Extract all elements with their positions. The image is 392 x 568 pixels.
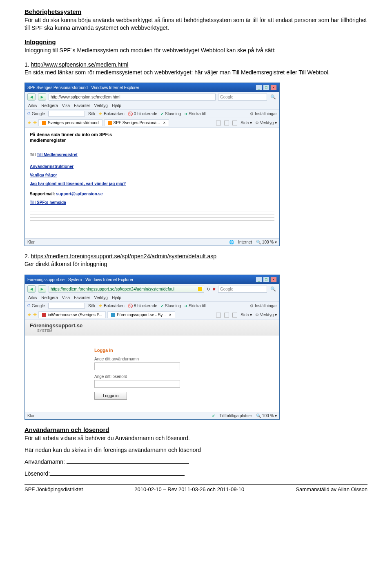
feed-icon[interactable] <box>224 313 229 318</box>
favorites-add-icon[interactable]: ✚ <box>33 120 37 125</box>
install-button[interactable]: ⚙Inställningar <box>250 112 277 116</box>
tab-2[interactable]: Föreningssupport.se - Sy...× <box>107 311 175 318</box>
item1-url: http://www.spfpension.se/medlem.html <box>31 61 129 68</box>
window-buttons: _ □ × <box>256 277 277 282</box>
sida-dropdown[interactable]: Sida ▾ <box>241 121 252 125</box>
sok-button[interactable]: Sök <box>88 112 95 116</box>
sida-dropdown[interactable]: Sida ▾ <box>241 313 252 317</box>
google-search-input[interactable] <box>48 111 85 116</box>
skicka-button[interactable]: ➜Skicka till <box>184 112 206 116</box>
blocked-button[interactable]: 🚫8 blockerade <box>128 304 157 308</box>
tab-1[interactable]: inWarehouse.se (Sveriges P... <box>38 311 106 318</box>
link-medlemsregistret[interactable]: Till Medlemsregistret <box>37 152 78 157</box>
status-trusted: Tillförlitliga platser <box>219 414 252 418</box>
menu-hjalp[interactable]: Hjälp <box>112 103 121 108</box>
close-button[interactable]: × <box>270 85 277 90</box>
zoom-indicator[interactable]: 🔍 100 % ▾ <box>256 240 277 244</box>
favorites-star-icon[interactable]: ★ <box>27 120 31 125</box>
back-icon[interactable]: ◄ <box>27 93 36 101</box>
search-field[interactable]: Google <box>218 286 267 293</box>
link-anvandarinstruktioner[interactable]: Användarinstruktioner <box>30 164 274 169</box>
print-icon[interactable] <box>232 313 237 318</box>
print-icon[interactable] <box>232 121 237 125</box>
content-heading-1: På denna sida finner du info om SPF:s <box>30 132 274 137</box>
stavning-button[interactable]: ✔Stavning <box>160 112 181 116</box>
favorites-star-icon[interactable]: ★ <box>27 312 31 318</box>
search-field[interactable]: Google <box>218 94 267 101</box>
tab-2[interactable]: SPF Sveriges Pensionä...× <box>104 119 169 126</box>
search-icon[interactable]: 🔍 <box>270 285 277 293</box>
bokmarken-button[interactable]: ★Bokmärken <box>98 303 125 309</box>
feed-icon[interactable] <box>224 121 229 125</box>
login-button[interactable]: Logga in <box>94 392 127 400</box>
browser-screenshot-1: SPF Sveriges Pensionärsförbund - Windows… <box>24 83 280 246</box>
username-label: Ange ditt användarnamn <box>94 357 279 361</box>
zoom-indicator[interactable]: 🔍 100 % ▾ <box>256 414 277 418</box>
link-vanliga-fragor[interactable]: Vanliga frågor <box>30 173 274 177</box>
menu-verktyg[interactable]: Verktyg <box>94 103 108 108</box>
bokmarken-button[interactable]: ★Bokmärken <box>98 111 125 116</box>
browser1-tabrow: ★ ✚ Sveriges pensionärsförbund SPF Sveri… <box>25 118 279 128</box>
forward-icon[interactable]: ► <box>38 93 46 101</box>
maximize-button[interactable]: □ <box>263 277 270 282</box>
menu-verktyg[interactable]: Verktyg <box>94 295 108 300</box>
username-input[interactable] <box>94 362 180 370</box>
refresh-icon[interactable]: ↻ <box>207 287 210 291</box>
paragraph-write-below: Här nedan kan du skriva in din förenings… <box>24 446 368 454</box>
lock-icon <box>198 287 202 291</box>
home-icon[interactable] <box>216 313 221 318</box>
method-2: 2. https://medlem.foreningssupport.se/sp… <box>24 253 368 268</box>
internet-zone-icon: 🌐 <box>229 240 234 244</box>
item1-number: 1. <box>24 61 31 68</box>
till-label: Till <box>30 152 37 157</box>
password-blank <box>50 471 185 476</box>
password-label: Ange ditt lösenord <box>94 374 279 379</box>
password-input[interactable] <box>94 380 180 388</box>
link-support-mail[interactable]: support@spfpension.se <box>56 192 102 196</box>
close-button[interactable]: × <box>270 277 277 282</box>
favorites-add-icon[interactable]: ✚ <box>33 312 37 318</box>
google-search-input[interactable] <box>48 303 85 309</box>
install-button[interactable]: ⚙Inställningar <box>250 304 277 308</box>
maximize-button[interactable]: □ <box>263 85 270 90</box>
verktyg-dropdown[interactable]: ⚙ Verktyg ▾ <box>255 313 277 317</box>
browser2-menubar: Arkiv Redigera Visa Favoriter Verktyg Hj… <box>25 294 279 302</box>
link-glomt-losenord[interactable]: Jag har glömt mitt lösenord, vart vänder… <box>30 181 274 186</box>
menu-favoriter[interactable]: Favoriter <box>74 103 90 108</box>
menu-visa[interactable]: Visa <box>62 295 70 300</box>
footer-right: Sammanställd av Allan Olsson <box>296 486 368 492</box>
minimize-button[interactable]: _ <box>256 85 262 90</box>
minimize-button[interactable]: _ <box>256 277 262 282</box>
back-icon[interactable]: ◄ <box>27 285 36 293</box>
stavning-button[interactable]: ✔Stavning <box>160 304 181 308</box>
username-blank <box>67 459 189 464</box>
menu-redigera[interactable]: Redigera <box>41 295 58 300</box>
content-divider <box>30 212 274 212</box>
browser1-title: SPF Sveriges Pensionärsförbund - Windows… <box>27 85 139 90</box>
home-icon[interactable] <box>216 121 221 125</box>
heading-username-password: Användarnamn och lösenord <box>24 426 368 433</box>
menu-redigera[interactable]: Redigera <box>41 103 58 108</box>
item1-text-a: En sida med länkar som rör medlemssystem… <box>24 69 232 76</box>
url-field[interactable]: http://www.spfpension.se/medlem.html <box>49 94 216 101</box>
menu-favoriter[interactable]: Favoriter <box>74 295 90 300</box>
menu-arkiv[interactable]: Arkiv <box>28 103 37 108</box>
verktyg-dropdown[interactable]: ⚙ Verktyg ▾ <box>255 121 277 125</box>
menu-arkiv[interactable]: Arkiv <box>28 295 37 300</box>
username-label: Användarnamn: <box>24 458 65 465</box>
forward-icon[interactable]: ► <box>38 285 46 293</box>
tab-1[interactable]: Sveriges pensionärsförbund <box>38 119 102 126</box>
search-icon[interactable]: 🔍 <box>270 93 277 101</box>
browser2-address-row: ◄ ► https://medlem.foreningssupport.se/s… <box>25 284 279 294</box>
link-spf-hemsida[interactable]: Till SPF:s hemsida <box>30 200 274 205</box>
stop-icon[interactable]: ✖ <box>212 287 216 291</box>
menu-hjalp[interactable]: Hjälp <box>112 295 121 300</box>
blocked-button[interactable]: 🚫0 blockerade <box>128 112 157 116</box>
url-field-secure[interactable]: https://medlem.foreningssupport.se/spf/o… <box>49 286 204 293</box>
paragraph-intro: För att du ska kunna börja använda webbv… <box>24 16 368 32</box>
skicka-button[interactable]: ➜Skicka till <box>184 304 206 308</box>
browser1-titlebar: SPF Sveriges Pensionärsförbund - Windows… <box>25 83 279 92</box>
menu-visa[interactable]: Visa <box>62 103 70 108</box>
browser1-content: På denna sida finner du info om SPF:s me… <box>25 128 279 238</box>
sok-button[interactable]: Sök <box>88 304 95 308</box>
